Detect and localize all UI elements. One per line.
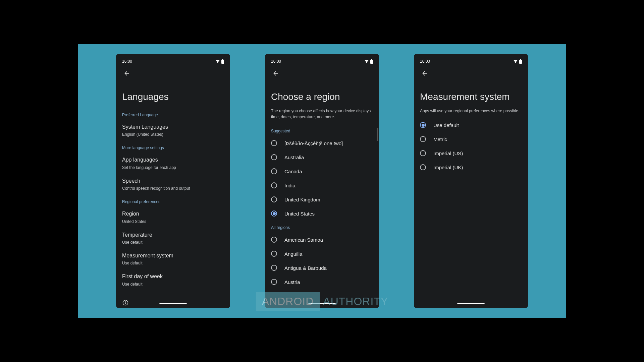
phone-region: 16:00 Choose a region The region you cho…	[265, 54, 379, 308]
wifi-icon	[215, 60, 220, 63]
setting-speech[interactable]: Speech Control speech recognition and ou…	[116, 174, 230, 195]
region-option-american-samoa[interactable]: American Samoa	[265, 233, 379, 247]
wifi-icon	[513, 60, 518, 63]
arrow-back-icon	[123, 70, 130, 77]
nav-handle[interactable]	[457, 303, 485, 304]
region-option-austria[interactable]: Austria	[265, 275, 379, 289]
region-option-india[interactable]: India	[265, 178, 379, 192]
section-suggested: Suggested	[265, 124, 379, 136]
setting-title: Temperature	[122, 231, 224, 239]
radio-label: American Samoa	[284, 237, 323, 243]
back-button[interactable]	[120, 67, 133, 80]
status-icons	[513, 59, 522, 64]
radio-icon	[420, 150, 426, 156]
region-option-uk[interactable]: United Kingdom	[265, 192, 379, 206]
region-option-pseudo[interactable]: [Þšéûðö-Åççéñţš one two]	[265, 136, 379, 150]
battery-icon	[519, 59, 522, 64]
radio-label: [Þšéûðö-Åççéñţš one two]	[284, 140, 343, 146]
measurement-content[interactable]: Measurement system Apps will use your re…	[414, 81, 528, 308]
setting-subtitle: Set the language for each app	[122, 165, 224, 171]
region-option-antigua[interactable]: Antigua & Barbuda	[265, 261, 379, 275]
radio-label: Austria	[284, 279, 300, 285]
back-button[interactable]	[418, 67, 431, 80]
radio-label: India	[284, 183, 296, 188]
radio-label: Use default	[433, 122, 459, 128]
radio-icon	[271, 279, 277, 285]
status-time: 16:00	[271, 59, 281, 64]
setting-region[interactable]: Region United States	[116, 207, 230, 228]
section-more-language-settings: More language settings	[116, 141, 230, 153]
toolbar	[414, 65, 528, 81]
region-option-anguilla[interactable]: Anguilla	[265, 247, 379, 261]
radio-icon	[271, 196, 277, 202]
radio-icon	[271, 237, 277, 243]
battery-icon	[370, 59, 373, 64]
radio-icon	[271, 210, 277, 217]
region-content[interactable]: Choose a region The region you choose af…	[265, 81, 379, 308]
page-title: Measurement system	[414, 81, 528, 108]
phone-measurement: 16:00 Measurement system Apps will use y…	[414, 54, 528, 308]
arrow-back-icon	[421, 70, 428, 77]
setting-temperature[interactable]: Temperature Use default	[116, 228, 230, 249]
setting-app-languages[interactable]: App languages Set the language for each …	[116, 153, 230, 174]
radio-icon	[271, 182, 277, 188]
status-bar: 16:00	[116, 57, 230, 65]
setting-title: Speech	[122, 177, 224, 185]
status-bar: 16:00	[414, 57, 528, 65]
radio-icon	[271, 265, 277, 271]
screenshot-canvas: 16:00 Languages Preferred Language Syste…	[78, 44, 566, 318]
toolbar	[265, 65, 379, 81]
radio-icon	[271, 140, 277, 146]
setting-subtitle: Control speech recognition and output	[122, 185, 224, 191]
nav-handle[interactable]	[159, 303, 187, 304]
measurement-option-default[interactable]: Use default	[414, 118, 528, 132]
setting-title: Measurement system	[122, 252, 224, 259]
setting-subtitle: English (United States)	[122, 131, 224, 137]
nav-bar	[116, 300, 230, 306]
radio-icon	[271, 251, 277, 257]
setting-subtitle: Use default	[122, 239, 224, 245]
radio-label: Anguilla	[284, 251, 302, 257]
setting-measurement-system[interactable]: Measurement system Use default	[116, 249, 230, 269]
status-bar: 16:00	[265, 57, 379, 65]
radio-label: Antigua & Barbuda	[284, 265, 327, 271]
radio-label: Australia	[284, 155, 304, 160]
nav-handle[interactable]	[308, 303, 336, 304]
radio-icon	[420, 164, 426, 170]
section-all-regions: All regions	[265, 221, 379, 233]
nav-bar	[265, 300, 379, 306]
radio-icon	[420, 122, 426, 128]
setting-system-languages[interactable]: System Languages English (United States)	[116, 120, 230, 141]
radio-label: Metric	[433, 136, 447, 142]
nav-bar	[414, 300, 528, 306]
section-preferred-language: Preferred Language	[116, 108, 230, 120]
page-subtitle: Apps will use your regional preferences …	[414, 108, 528, 118]
setting-subtitle: Use default	[122, 260, 224, 266]
battery-icon	[221, 59, 224, 64]
measurement-option-metric[interactable]: Metric	[414, 132, 528, 146]
page-title: Languages	[116, 81, 230, 108]
setting-title: Region	[122, 210, 224, 218]
region-option-australia[interactable]: Australia	[265, 150, 379, 164]
section-regional-preferences: Regional preferences	[116, 195, 230, 207]
status-icons	[364, 59, 373, 64]
back-button[interactable]	[269, 67, 282, 80]
measurement-option-imperial-uk[interactable]: Imperial (UK)	[414, 160, 528, 174]
scrollbar-thumb[interactable]	[377, 128, 378, 141]
radio-icon	[271, 168, 277, 174]
region-option-canada[interactable]: Canada	[265, 164, 379, 178]
setting-title: App languages	[122, 156, 224, 164]
status-time: 16:00	[122, 59, 132, 64]
setting-subtitle: United States	[122, 219, 224, 225]
radio-label: Imperial (UK)	[433, 165, 463, 170]
region-option-us[interactable]: United States	[265, 206, 379, 221]
measurement-option-imperial-us[interactable]: Imperial (US)	[414, 146, 528, 160]
radio-label: Canada	[284, 169, 302, 174]
phone-languages: 16:00 Languages Preferred Language Syste…	[116, 54, 230, 308]
status-time: 16:00	[420, 59, 430, 64]
radio-icon	[271, 154, 277, 160]
setting-subtitle: Use default	[122, 281, 224, 287]
radio-label: United Kingdom	[284, 197, 320, 202]
setting-first-day-of-week[interactable]: First day of week Use default	[116, 269, 230, 290]
languages-content[interactable]: Languages Preferred Language System Lang…	[116, 81, 230, 308]
